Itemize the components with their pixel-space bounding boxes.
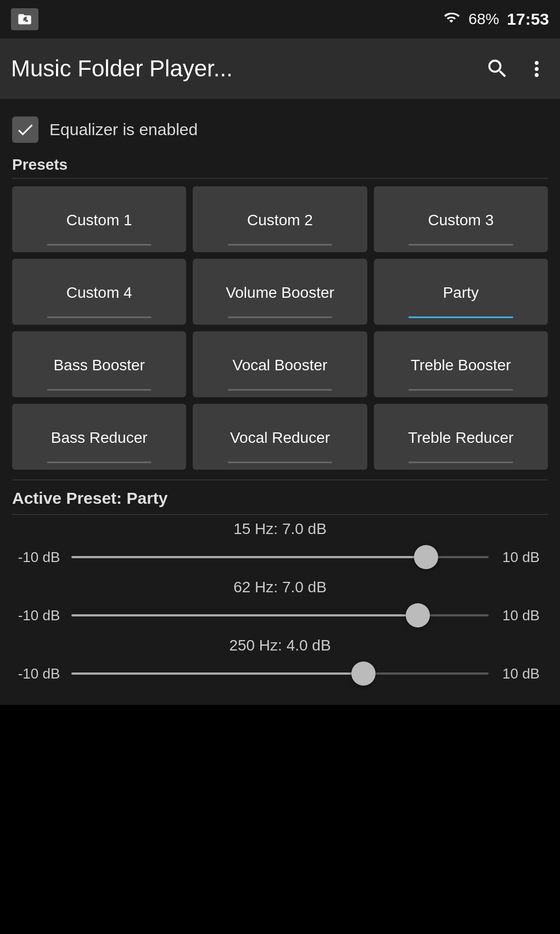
slider-250hz-row: -10 dB 10 dB — [14, 660, 546, 687]
slider-62hz-thumb[interactable] — [406, 603, 430, 627]
preset-underline — [47, 462, 151, 463]
preset-bass-booster[interactable]: Bass Booster — [12, 331, 186, 397]
slider-15hz-fill — [71, 556, 426, 558]
preset-underline — [47, 244, 151, 246]
preset-vocal-booster[interactable]: Vocal Booster — [193, 331, 367, 397]
search-button[interactable] — [482, 53, 513, 84]
slider-250hz-min: -10 dB — [14, 665, 64, 682]
presets-divider — [12, 178, 548, 179]
eq-sliders: 15 Hz: 7.0 dB -10 dB 10 dB 62 Hz: 7.0 dB… — [12, 520, 548, 687]
slider-250hz-fill — [71, 672, 363, 675]
slider-15hz-label: 15 Hz: 7.0 dB — [14, 520, 546, 538]
status-bar: 68% 17:53 — [0, 0, 560, 38]
preset-underline — [408, 389, 513, 391]
slider-15hz-track — [71, 556, 489, 558]
preset-underline-active — [408, 316, 513, 318]
preset-underline — [228, 316, 332, 318]
preset-underline — [408, 244, 513, 246]
preset-underline — [408, 462, 513, 463]
slider-62hz: 62 Hz: 7.0 dB -10 dB 10 dB — [14, 579, 546, 629]
app-title: Music Folder Player... — [11, 55, 471, 82]
slider-62hz-min: -10 dB — [14, 607, 64, 624]
slider-250hz-container[interactable] — [71, 660, 489, 687]
active-preset-bar: Active Preset: Party — [12, 480, 548, 515]
battery-level: 68% — [468, 10, 499, 28]
presets-title: Presets — [12, 156, 548, 174]
slider-62hz-row: -10 dB 10 dB — [14, 602, 546, 629]
slider-15hz-row: -10 dB 10 dB — [14, 543, 546, 571]
wifi-icon — [442, 10, 461, 29]
preset-underline — [228, 462, 332, 463]
slider-15hz-thumb[interactable] — [414, 545, 438, 569]
preset-underline — [47, 389, 151, 391]
slider-250hz-track — [71, 672, 489, 675]
preset-party[interactable]: Party — [374, 259, 548, 325]
dot2 — [535, 67, 539, 71]
preset-underline — [228, 389, 332, 391]
preset-custom1[interactable]: Custom 1 — [12, 186, 186, 252]
app-bar: Music Folder Player... — [0, 38, 560, 99]
preset-underline — [47, 316, 151, 318]
dot1 — [535, 61, 539, 65]
more-options-button[interactable] — [524, 61, 549, 77]
slider-250hz-max: 10 dB — [496, 665, 546, 682]
equalizer-label: Equalizer is enabled — [49, 120, 198, 139]
slider-62hz-track — [71, 614, 489, 616]
dot3 — [535, 73, 539, 77]
equalizer-toggle-row: Equalizer is enabled — [12, 109, 548, 153]
slider-62hz-max: 10 dB — [496, 607, 546, 624]
preset-custom2[interactable]: Custom 2 — [193, 186, 367, 252]
slider-250hz-thumb[interactable] — [351, 661, 376, 686]
preset-treble-booster[interactable]: Treble Booster — [374, 331, 548, 397]
preset-custom3[interactable]: Custom 3 — [374, 186, 548, 252]
preset-underline — [228, 244, 332, 246]
status-time: 17:53 — [507, 10, 549, 29]
preset-volume-booster[interactable]: Volume Booster — [193, 259, 367, 325]
slider-15hz-max: 10 dB — [496, 549, 546, 566]
preset-bass-reducer[interactable]: Bass Reducer — [12, 404, 186, 470]
app-icon — [11, 8, 38, 30]
slider-62hz-fill — [71, 614, 418, 616]
status-right: 68% 17:53 — [442, 10, 549, 29]
main-content: Equalizer is enabled Presets Custom 1 Cu… — [0, 99, 560, 705]
preset-grid: Custom 1 Custom 2 Custom 3 Custom 4 Volu… — [12, 186, 548, 470]
active-preset-label: Active Preset: Party — [12, 489, 167, 507]
slider-62hz-label: 62 Hz: 7.0 dB — [14, 579, 546, 596]
slider-250hz: 250 Hz: 4.0 dB -10 dB 10 dB — [14, 637, 546, 687]
preset-vocal-reducer[interactable]: Vocal Reducer — [193, 404, 367, 470]
presets-section: Presets Custom 1 Custom 2 Custom 3 Custo… — [12, 156, 548, 470]
status-left — [11, 8, 38, 30]
slider-250hz-label: 250 Hz: 4.0 dB — [14, 637, 546, 654]
preset-treble-reducer[interactable]: Treble Reducer — [374, 404, 548, 470]
preset-custom4[interactable]: Custom 4 — [12, 259, 186, 325]
slider-15hz-container[interactable] — [71, 543, 489, 571]
equalizer-checkbox[interactable] — [12, 116, 38, 143]
slider-15hz-min: -10 dB — [14, 549, 64, 566]
slider-62hz-container[interactable] — [71, 602, 489, 629]
slider-15hz: 15 Hz: 7.0 dB -10 dB 10 dB — [14, 520, 546, 571]
